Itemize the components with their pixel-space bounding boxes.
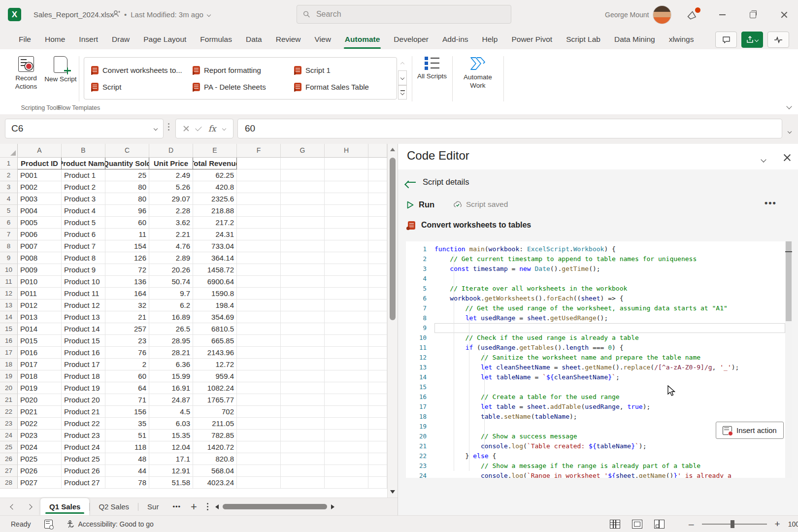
cell-F7[interactable] — [237, 229, 281, 240]
row-header-24[interactable]: 24 — [0, 430, 18, 441]
row-header-22[interactable]: 22 — [0, 406, 18, 418]
cell-E10[interactable]: 1458.72 — [193, 264, 237, 276]
page-layout-view-button[interactable] — [632, 520, 642, 529]
cell-G5[interactable] — [281, 205, 325, 217]
comments-button[interactable] — [715, 32, 737, 48]
cell-B24[interactable]: Product 23 — [62, 430, 105, 441]
cell-D4[interactable]: 29.07 — [149, 193, 193, 205]
code-line-9[interactable]: 9 — [406, 323, 792, 333]
cell-C10[interactable]: 72 — [105, 264, 149, 276]
cell-E17[interactable]: 2143.96 — [193, 347, 237, 359]
cell-H9[interactable] — [325, 252, 368, 264]
cell-A2[interactable]: P001 — [18, 169, 62, 181]
cell-E16[interactable]: 665.85 — [193, 335, 237, 347]
cell-A11[interactable]: P010 — [18, 276, 62, 288]
cell-E3[interactable]: 420.8 — [193, 181, 237, 193]
cell-C21[interactable]: 71 — [105, 394, 149, 406]
cell-H5[interactable] — [325, 205, 368, 217]
cell-C16[interactable]: 23 — [105, 335, 149, 347]
document-title[interactable]: Sales_Report_2024.xlsx — [33, 10, 114, 19]
row-header-3[interactable]: 3 — [0, 181, 18, 193]
code-line-22[interactable]: 22 } else { — [406, 451, 792, 461]
cell-C27[interactable]: 44 — [105, 465, 149, 477]
cell-B26[interactable]: Product 25 — [62, 453, 105, 465]
cell-B19[interactable]: Product 18 — [62, 370, 105, 382]
cell-B23[interactable]: Product 22 — [62, 418, 105, 430]
sheet-tab-sur[interactable]: Sur — [138, 498, 167, 515]
code-line-4[interactable]: 4 — [406, 274, 792, 284]
script-details-back[interactable]: Script details — [407, 177, 469, 187]
next-sheet-arrow[interactable] — [27, 504, 32, 509]
insert-function-button[interactable]: fx — [208, 124, 216, 133]
code-line-23[interactable]: 23 // Show a message if the range is alr… — [406, 461, 792, 471]
cell-G17[interactable] — [281, 347, 325, 359]
cell-F26[interactable] — [237, 453, 281, 465]
gallery-scroll-down[interactable] — [398, 70, 407, 85]
cell-F27[interactable] — [237, 465, 281, 477]
cell-B5[interactable]: Product 4 — [62, 205, 105, 217]
cell-F18[interactable] — [237, 359, 281, 370]
gallery-script-item[interactable]: Script 1 — [294, 62, 396, 78]
expand-formula-bar-button[interactable] — [788, 126, 791, 135]
menu-tab-add-ins[interactable]: Add-ins — [435, 31, 475, 48]
cell-D6[interactable]: 3.62 — [149, 217, 193, 229]
cell-G16[interactable] — [281, 335, 325, 347]
cell-G8[interactable] — [281, 240, 325, 252]
cell-G10[interactable] — [281, 264, 325, 276]
zoom-in-button[interactable]: + — [775, 519, 780, 530]
cell-B15[interactable]: Product 14 — [62, 323, 105, 335]
cell-G22[interactable] — [281, 406, 325, 418]
cell-E27[interactable]: 568.04 — [193, 465, 237, 477]
cell-A17[interactable]: P016 — [18, 347, 62, 359]
avatar[interactable] — [653, 6, 671, 24]
cell-E7[interactable]: 24.31 — [193, 229, 237, 240]
cell-E28[interactable]: 4023.24 — [193, 477, 237, 489]
cell-B13[interactable]: Product 12 — [62, 299, 105, 311]
cell-H14[interactable] — [325, 311, 368, 323]
row-header-15[interactable]: 15 — [0, 323, 18, 335]
cell-C15[interactable]: 257 — [105, 323, 149, 335]
menu-tab-review[interactable]: Review — [269, 31, 308, 48]
cell-D17[interactable]: 28.21 — [149, 347, 193, 359]
cell-C20[interactable]: 64 — [105, 382, 149, 394]
code-scrollbar[interactable] — [785, 241, 792, 478]
cell-A20[interactable]: P019 — [18, 382, 62, 394]
cell-B8[interactable]: Product 7 — [62, 240, 105, 252]
cell-H4[interactable] — [325, 193, 368, 205]
cell-A9[interactable]: P008 — [18, 252, 62, 264]
cell-D10[interactable]: 20.26 — [149, 264, 193, 276]
scroll-down-arrow[interactable] — [390, 490, 395, 494]
cell-E20[interactable]: 1082.24 — [193, 382, 237, 394]
row-header-16[interactable]: 16 — [0, 335, 18, 347]
row-header-2[interactable]: 2 — [0, 169, 18, 181]
cell-C12[interactable]: 164 — [105, 288, 149, 299]
cell-G19[interactable] — [281, 370, 325, 382]
cell-D27[interactable]: 12.91 — [149, 465, 193, 477]
code-line-12[interactable]: 12 // Sanitize the worksheet name and pr… — [406, 353, 792, 363]
cell-B27[interactable]: Product 26 — [62, 465, 105, 477]
code-line-7[interactable]: 7 // Get the used range of the worksheet… — [406, 303, 792, 313]
cell-D3[interactable]: 5.26 — [149, 181, 193, 193]
cell-F21[interactable] — [237, 394, 281, 406]
cell-D1[interactable]: Unit Price — [149, 158, 193, 169]
row-header-5[interactable]: 5 — [0, 205, 18, 217]
more-options-button[interactable]: ••• — [765, 198, 777, 208]
cell-H15[interactable] — [325, 323, 368, 335]
cell-A23[interactable]: P022 — [18, 418, 62, 430]
formula-input[interactable]: 60 — [237, 119, 782, 138]
menu-tab-data[interactable]: Data — [239, 31, 269, 48]
cell-A7[interactable]: P006 — [18, 229, 62, 240]
cell-G23[interactable] — [281, 418, 325, 430]
row-header-9[interactable]: 9 — [0, 252, 18, 264]
cell-H13[interactable] — [325, 299, 368, 311]
cell-B12[interactable]: Product 11 — [62, 288, 105, 299]
cell-H20[interactable] — [325, 382, 368, 394]
cell-F25[interactable] — [237, 441, 281, 453]
cell-G20[interactable] — [281, 382, 325, 394]
cell-E8[interactable]: 733.04 — [193, 240, 237, 252]
minimize-button[interactable] — [712, 7, 732, 23]
cell-B20[interactable]: Product 19 — [62, 382, 105, 394]
cell-H3[interactable] — [325, 181, 368, 193]
select-all-corner[interactable] — [0, 144, 18, 158]
cell-B11[interactable]: Product 10 — [62, 276, 105, 288]
